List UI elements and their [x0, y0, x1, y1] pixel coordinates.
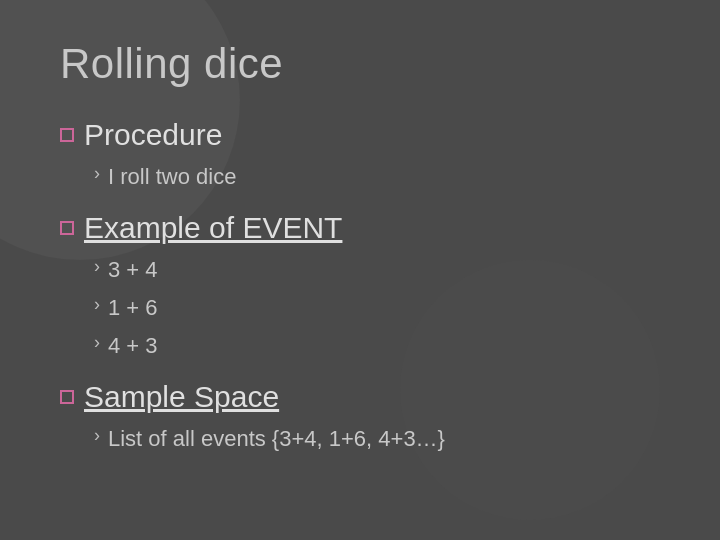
slide-title: Rolling dice [60, 40, 660, 88]
section-sample-space: Sample Space › List of all events {3+4, … [60, 380, 660, 455]
example-item-2: 1 + 6 [108, 291, 158, 324]
bullet-procedure [60, 128, 74, 142]
sub-bullet-icon: › [94, 291, 100, 318]
section-example-header: Example of EVENT [60, 211, 660, 245]
section-procedure: Procedure › I roll two dice [60, 118, 660, 193]
section-sample-space-items: › List of all events {3+4, 1+6, 4+3…} [60, 422, 660, 455]
example-item-3: 4 + 3 [108, 329, 158, 362]
section-procedure-header: Procedure [60, 118, 660, 152]
sample-space-item-1: List of all events {3+4, 1+6, 4+3…} [108, 422, 445, 455]
sub-bullet-icon: › [94, 422, 100, 449]
list-item: › 1 + 6 [94, 291, 660, 324]
list-item: › 3 + 4 [94, 253, 660, 286]
section-example-title: Example of EVENT [84, 211, 342, 245]
list-item: › List of all events {3+4, 1+6, 4+3…} [94, 422, 660, 455]
section-procedure-items: › I roll two dice [60, 160, 660, 193]
section-example-items: › 3 + 4 › 1 + 6 › 4 + 3 [60, 253, 660, 362]
section-procedure-title: Procedure [84, 118, 222, 152]
bullet-sample-space [60, 390, 74, 404]
sub-bullet-icon: › [94, 329, 100, 356]
section-sample-space-header: Sample Space [60, 380, 660, 414]
sub-bullet-icon: › [94, 253, 100, 280]
example-item-1: 3 + 4 [108, 253, 158, 286]
sub-bullet-icon: › [94, 160, 100, 187]
bullet-example [60, 221, 74, 235]
section-example: Example of EVENT › 3 + 4 › 1 + 6 › 4 + 3 [60, 211, 660, 362]
list-item: › I roll two dice [94, 160, 660, 193]
slide-content: Rolling dice Procedure › I roll two dice… [0, 0, 720, 513]
procedure-item-1: I roll two dice [108, 160, 236, 193]
list-item: › 4 + 3 [94, 329, 660, 362]
section-sample-space-title: Sample Space [84, 380, 279, 414]
